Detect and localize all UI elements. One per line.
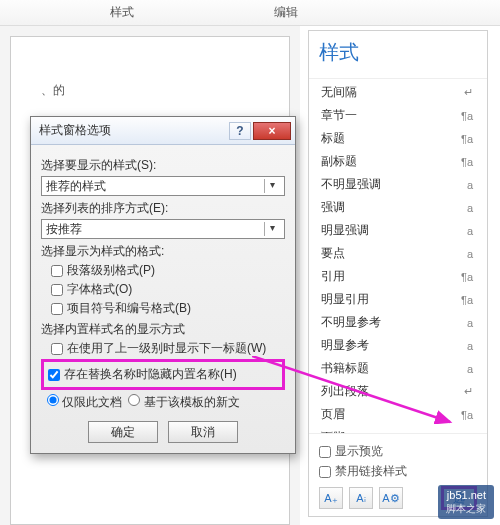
cancel-button[interactable]: 取消 xyxy=(168,421,238,443)
style-name: 标题 xyxy=(321,130,345,147)
ribbon-group-styles: 样式 xyxy=(110,4,134,21)
styles-pane: 样式 无间隔↵章节一¶a标题¶a副标题¶a不明显强调a强调a明显强调a要点a引用… xyxy=(308,30,488,517)
style-item[interactable]: 页脚¶a xyxy=(309,426,487,433)
style-name: 明显参考 xyxy=(321,337,369,354)
style-tag: a xyxy=(467,225,473,237)
close-icon[interactable]: × xyxy=(253,122,291,140)
select-show-value: 推荐的样式 xyxy=(46,178,106,195)
label-show-as-format: 选择显示为样式的格式: xyxy=(41,243,285,260)
ribbon-groups: 样式 编辑 xyxy=(0,0,500,26)
style-item[interactable]: 引用¶a xyxy=(309,265,487,288)
style-item[interactable]: 列出段落↵ xyxy=(309,380,487,403)
cb-hide-replace[interactable]: 存在替换名称时隐藏内置名称(H) xyxy=(48,366,280,383)
select-show-styles[interactable]: 推荐的样式 ▾ xyxy=(41,176,285,196)
disable-linked-checkbox[interactable]: 禁用链接样式 xyxy=(319,463,477,480)
style-item[interactable]: 书籍标题a xyxy=(309,357,487,380)
manage-styles-icon[interactable]: A⚙ xyxy=(379,487,403,509)
show-preview-input[interactable] xyxy=(319,446,331,458)
rb-this-doc[interactable]: 仅限此文档 xyxy=(47,394,122,411)
style-name: 不明显强调 xyxy=(321,176,381,193)
dialog-body: 选择要显示的样式(S): 推荐的样式 ▾ 选择列表的排序方式(E): 按推荐 ▾… xyxy=(31,145,295,453)
dialog-buttons: 确定 取消 xyxy=(41,421,285,443)
style-tag: a xyxy=(467,248,473,260)
style-item[interactable]: 不明显参考a xyxy=(309,311,487,334)
style-pane-options-dialog: 样式窗格选项 ? × 选择要显示的样式(S): 推荐的样式 ▾ 选择列表的排序方… xyxy=(30,116,296,454)
label-select-show: 选择要显示的样式(S): xyxy=(41,157,285,174)
style-tag: ¶a xyxy=(461,156,473,168)
show-preview-label: 显示预览 xyxy=(335,443,383,460)
style-tag: ¶a xyxy=(461,294,473,306)
styles-list[interactable]: 无间隔↵章节一¶a标题¶a副标题¶a不明显强调a强调a明显强调a要点a引用¶a明… xyxy=(309,79,487,433)
style-item[interactable]: 页眉¶a xyxy=(309,403,487,426)
style-tag: ↵ xyxy=(464,86,473,99)
style-name: 列出段落 xyxy=(321,383,369,400)
style-tag: ¶a xyxy=(461,133,473,145)
select-sort-value: 按推荐 xyxy=(46,221,82,238)
style-tag: ¶a xyxy=(461,271,473,283)
new-style-icon[interactable]: A₊ xyxy=(319,487,343,509)
cb-font-format[interactable]: 字体格式(O) xyxy=(51,281,285,298)
style-name: 要点 xyxy=(321,245,345,262)
help-icon[interactable]: ? xyxy=(229,122,251,140)
label-sort: 选择列表的排序方式(E): xyxy=(41,200,285,217)
watermark: jb51.net 脚本之家 xyxy=(438,485,494,519)
style-item[interactable]: 章节一¶a xyxy=(309,104,487,127)
disable-linked-label: 禁用链接样式 xyxy=(335,463,407,480)
style-tag: ¶a xyxy=(461,110,473,122)
style-name: 不明显参考 xyxy=(321,314,381,331)
style-item[interactable]: 不明显强调a xyxy=(309,173,487,196)
style-item[interactable]: 明显强调a xyxy=(309,219,487,242)
style-item[interactable]: 标题¶a xyxy=(309,127,487,150)
style-name: 明显强调 xyxy=(321,222,369,239)
style-tag: a xyxy=(467,317,473,329)
label-builtin-display: 选择内置样式名的显示方式 xyxy=(41,321,285,338)
style-inspector-icon[interactable]: Aᵢ xyxy=(349,487,373,509)
chevron-down-icon: ▾ xyxy=(264,179,280,193)
style-item[interactable]: 明显引用¶a xyxy=(309,288,487,311)
cb-bullet-format[interactable]: 项目符号和编号格式(B) xyxy=(51,300,285,317)
style-item[interactable]: 无间隔↵ xyxy=(309,81,487,104)
cb-prev-heading[interactable]: 在使用了上一级别时显示下一标题(W) xyxy=(51,340,285,357)
style-tag: a xyxy=(467,202,473,214)
style-name: 章节一 xyxy=(321,107,357,124)
disable-linked-input[interactable] xyxy=(319,466,331,478)
style-name: 强调 xyxy=(321,199,345,216)
style-tag: a xyxy=(467,340,473,352)
style-tag: ¶a xyxy=(461,409,473,421)
style-name: 引用 xyxy=(321,268,345,285)
style-name: 副标题 xyxy=(321,153,357,170)
style-name: 无间隔 xyxy=(321,84,357,101)
style-item[interactable]: 要点a xyxy=(309,242,487,265)
dialog-titlebar[interactable]: 样式窗格选项 ? × xyxy=(31,117,295,145)
ribbon-group-edit: 编辑 xyxy=(274,4,298,21)
style-item[interactable]: 副标题¶a xyxy=(309,150,487,173)
rb-template[interactable]: 基于该模板的新文 xyxy=(128,394,239,411)
select-sort[interactable]: 按推荐 ▾ xyxy=(41,219,285,239)
style-tag: ↵ xyxy=(464,385,473,398)
scope-radio-group: 仅限此文档 基于该模板的新文 xyxy=(47,394,285,411)
style-tag: a xyxy=(467,179,473,191)
style-item[interactable]: 明显参考a xyxy=(309,334,487,357)
cb-paragraph-format[interactable]: 段落级别格式(P) xyxy=(51,262,285,279)
style-name: 页眉 xyxy=(321,406,345,423)
doc-text-line: 、的 xyxy=(41,77,273,103)
show-preview-checkbox[interactable]: 显示预览 xyxy=(319,443,477,460)
ok-button[interactable]: 确定 xyxy=(88,421,158,443)
dialog-title-text: 样式窗格选项 xyxy=(39,122,111,139)
styles-pane-title: 样式 xyxy=(309,31,487,79)
style-name: 书籍标题 xyxy=(321,360,369,377)
style-name: 明显引用 xyxy=(321,291,369,308)
style-item[interactable]: 强调a xyxy=(309,196,487,219)
highlight-box: 存在替换名称时隐藏内置名称(H) xyxy=(41,359,285,390)
style-tag: a xyxy=(467,363,473,375)
chevron-down-icon: ▾ xyxy=(264,222,280,236)
